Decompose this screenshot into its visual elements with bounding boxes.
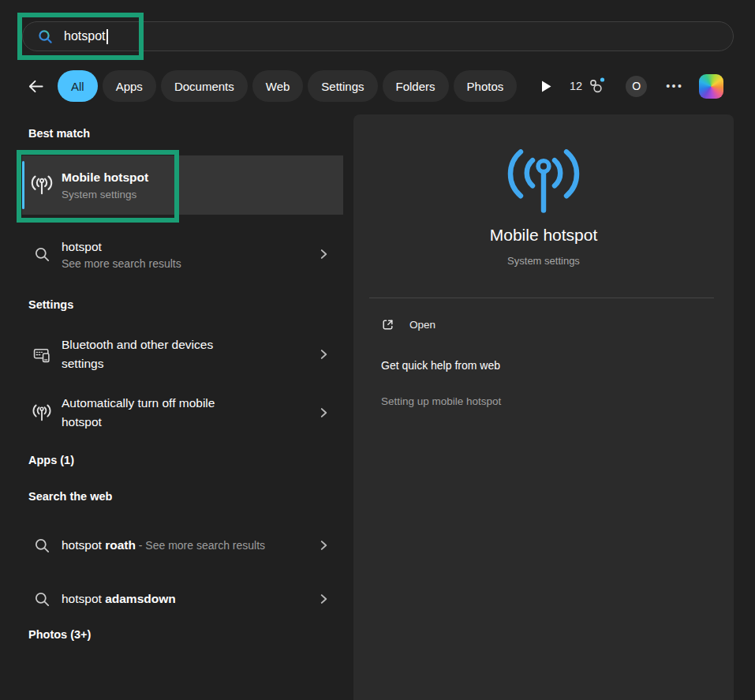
preview-panel: Mobile hotspot System settings Open Get … bbox=[353, 114, 734, 700]
rewards-medal-icon bbox=[586, 77, 606, 96]
web-query-extra: - See more search results bbox=[136, 539, 265, 552]
open-action[interactable]: Open bbox=[381, 318, 435, 331]
see-more-subtitle: See more search results bbox=[62, 256, 343, 271]
tabs-scroll-right-button[interactable] bbox=[536, 74, 556, 98]
section-header-search-the-web: Search the web bbox=[28, 490, 112, 503]
result-auto-turn-off-hotspot[interactable]: Automatically turn off mobile hotspot bbox=[22, 389, 343, 436]
avatar-initial: O bbox=[632, 80, 641, 92]
help-section-header: Get quick help from web bbox=[381, 359, 500, 372]
bluetooth-settings-label: Bluetooth and other devices settings bbox=[62, 335, 247, 373]
open-external-icon bbox=[381, 318, 394, 331]
chevron-right-icon bbox=[319, 594, 329, 605]
auto-turn-off-label: Automatically turn off mobile hotspot bbox=[62, 394, 251, 432]
result-best-match-mobile-hotspot[interactable]: Mobile hotspot System settings bbox=[22, 155, 343, 215]
rewards-points-count: 12 bbox=[570, 80, 582, 92]
search-glyph-icon bbox=[34, 591, 50, 608]
section-header-apps: Apps (1) bbox=[28, 454, 74, 466]
tab-documents[interactable]: Documents bbox=[161, 70, 248, 102]
tab-all[interactable]: All bbox=[58, 70, 98, 102]
filter-tab-row: All Apps Documents Web Settings Folders … bbox=[24, 69, 556, 103]
open-label: Open bbox=[409, 319, 435, 331]
result-see-more-search[interactable]: hotspot See more search results bbox=[22, 234, 343, 275]
mobile-hotspot-icon bbox=[32, 404, 52, 421]
help-link-setting-up-hotspot[interactable]: Setting up mobile hotspot bbox=[381, 395, 501, 407]
chevron-right-icon bbox=[319, 408, 329, 418]
tab-settings[interactable]: Settings bbox=[308, 70, 377, 102]
web-query-text: hotspot bbox=[62, 538, 105, 552]
arrow-left-icon bbox=[27, 77, 45, 95]
result-bluetooth-devices-settings[interactable]: Bluetooth and other devices settings bbox=[22, 331, 343, 378]
section-header-photos: Photos (3+) bbox=[28, 628, 91, 641]
copilot-icon[interactable] bbox=[699, 74, 723, 99]
best-match-subtitle: System settings bbox=[62, 187, 343, 202]
filter-pills-strip: All Apps Documents Web Settings Folders … bbox=[58, 70, 531, 102]
search-icon bbox=[38, 29, 53, 44]
preview-subtitle: System settings bbox=[353, 255, 734, 267]
search-input[interactable]: hotspot bbox=[22, 21, 734, 51]
see-more-title: hotspot bbox=[62, 238, 343, 256]
web-query-bold: roath bbox=[105, 538, 136, 552]
best-match-title: Mobile hotspot bbox=[62, 168, 343, 187]
text-caret bbox=[107, 29, 108, 44]
rewards-notification-dot bbox=[600, 77, 604, 81]
chevron-right-icon bbox=[319, 541, 329, 551]
selection-accent-bar bbox=[22, 161, 24, 209]
web-query-text: hotspot bbox=[62, 592, 105, 605]
ellipsis-icon: ••• bbox=[666, 80, 683, 92]
rewards-button[interactable]: 12 bbox=[570, 77, 606, 96]
tab-apps[interactable]: Apps bbox=[103, 70, 156, 102]
mobile-hotspot-icon bbox=[30, 175, 54, 195]
preview-title: Mobile hotspot bbox=[353, 226, 734, 245]
chevron-right-icon bbox=[319, 350, 329, 360]
search-glyph-icon bbox=[34, 246, 50, 263]
windows-search-flyout: hotspot All Apps Documents Web Settings … bbox=[0, 0, 755, 700]
result-web-hotspot-adamsdown[interactable]: hotspot adamsdown bbox=[22, 582, 343, 616]
tab-web[interactable]: Web bbox=[252, 70, 304, 102]
user-avatar[interactable]: O bbox=[626, 76, 647, 97]
search-query-text: hotspot bbox=[64, 29, 105, 43]
result-web-hotspot-roath[interactable]: hotspot roath - See more search results bbox=[22, 522, 343, 568]
mobile-hotspot-large-icon bbox=[503, 148, 585, 215]
tab-photos[interactable]: Photos bbox=[454, 70, 518, 102]
more-options-button[interactable]: ••• bbox=[666, 80, 683, 92]
search-header-actions: 12 O ••• bbox=[570, 69, 723, 103]
play-right-icon bbox=[541, 80, 551, 92]
section-header-settings: Settings bbox=[28, 298, 73, 311]
chevron-right-icon bbox=[319, 249, 329, 260]
preview-divider bbox=[369, 298, 714, 298]
search-glyph-icon bbox=[34, 537, 50, 554]
section-header-best-match: Best match bbox=[28, 127, 90, 140]
tab-folders[interactable]: Folders bbox=[383, 70, 449, 102]
devices-icon bbox=[33, 346, 51, 364]
back-button[interactable] bbox=[24, 74, 47, 98]
web-query-bold: adamsdown bbox=[105, 592, 176, 605]
